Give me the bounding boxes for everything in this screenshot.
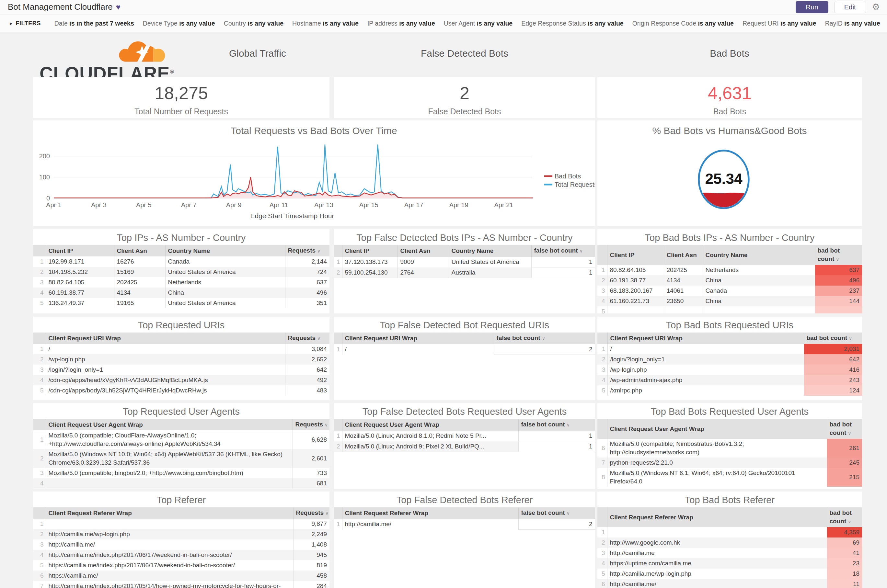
table-cell: 724 — [285, 267, 329, 277]
table-cell: China — [703, 296, 815, 306]
chart-title: % Bad Bots vs Humans&Good Bots — [652, 125, 807, 136]
table-row: 2/login/?login_only=1642 — [597, 354, 862, 364]
column-header[interactable]: bad bot count∨ — [804, 333, 862, 344]
column-header[interactable] — [597, 419, 607, 439]
table-row: 5/xmlrpc.php124 — [597, 385, 862, 396]
row-number: 4 — [597, 375, 607, 385]
column-header[interactable]: Country Name — [449, 245, 531, 257]
column-header[interactable]: false bot count∨ — [531, 245, 595, 257]
column-header[interactable] — [33, 507, 46, 519]
row-number: 2 — [334, 267, 342, 278]
column-header[interactable]: Client Asn — [114, 245, 165, 256]
column-header[interactable]: false bot count∨ — [518, 419, 595, 430]
row-number: 1 — [597, 344, 607, 354]
column-header[interactable]: Client IP — [342, 245, 397, 257]
svg-text:Apr 19: Apr 19 — [450, 201, 468, 208]
column-header[interactable]: Client Request Referer Wrap — [342, 507, 518, 519]
filters-expand-icon[interactable]: ▸ — [10, 20, 13, 27]
row-number: 4 — [33, 375, 46, 385]
filter-item[interactable]: Device Type is any value — [143, 20, 215, 27]
data-table: Client Request Referer WrapRequests∨19,8… — [33, 507, 329, 588]
column-header[interactable] — [33, 245, 46, 256]
row-number: 1 — [33, 519, 46, 529]
column-header[interactable] — [334, 245, 342, 257]
row-number: 8 — [597, 468, 607, 487]
filter-name: Device Type — [143, 20, 177, 27]
column-header[interactable]: Requests∨ — [285, 333, 329, 344]
table-row: 3/login/?login_only=1642 — [33, 364, 329, 375]
column-header[interactable] — [597, 333, 607, 344]
run-button[interactable]: Run — [796, 1, 828, 13]
table-cell: 637 — [285, 277, 329, 288]
filter-item[interactable]: RayID is any value — [825, 20, 880, 27]
row-number: 3 — [33, 468, 46, 478]
column-header[interactable]: Requests∨ — [285, 245, 329, 256]
table-cell: 2,144 — [285, 256, 329, 267]
column-header[interactable]: Client Request URI Wrap — [342, 333, 494, 344]
legend-total-requests[interactable]: Total Requests — [544, 181, 595, 188]
column-header[interactable]: Client Request Referer Wrap — [607, 507, 827, 527]
column-header[interactable]: Country Name — [165, 245, 285, 256]
heart-icon: ♥ — [116, 3, 120, 12]
table-title: Top Referer — [33, 495, 329, 506]
column-header[interactable]: Requests∨ — [293, 507, 329, 519]
filter-item[interactable]: Hostname is any value — [292, 20, 359, 27]
column-header[interactable]: Client Request Referer Wrap — [46, 507, 293, 519]
column-header[interactable] — [33, 333, 46, 344]
sort-desc-icon: ∨ — [567, 422, 570, 428]
table-ua-all: Top Requested User AgentsClient Request … — [33, 403, 329, 489]
filter-item[interactable]: Request URI is any value — [743, 20, 816, 27]
column-header[interactable]: bad bot count∨ — [827, 419, 862, 439]
column-header[interactable]: Client Request User Agent Wrap — [46, 419, 293, 430]
legend-bad-bots[interactable]: Bad Bots — [544, 172, 581, 180]
column-header[interactable]: Client Request User Agent Wrap — [607, 419, 827, 439]
table-uris-bad: Top Bad Bots Requested URIsClient Reques… — [597, 316, 862, 400]
filter-item[interactable]: Origin Response Code is any value — [632, 20, 734, 27]
column-header[interactable]: bad bot count∨ — [827, 507, 862, 527]
table-row: 461.160.221.7323650China144 — [597, 296, 862, 306]
table-ips-all: Top IPs - AS Number - CountryClient IPCl… — [33, 229, 329, 314]
row-number: 3 — [33, 364, 46, 375]
filter-item[interactable]: Edge Response Status is any value — [521, 20, 623, 27]
column-header[interactable]: Client Request URI Wrap — [46, 333, 285, 344]
column-header[interactable]: Client Request URI Wrap — [607, 333, 804, 344]
column-header[interactable] — [334, 333, 342, 344]
table-cell: / — [607, 344, 804, 354]
column-header[interactable]: Requests∨ — [293, 419, 329, 430]
filter-item[interactable]: Country is any value — [224, 20, 283, 27]
table-cell: 1 — [518, 430, 595, 441]
table-row: 1/2,031 — [597, 344, 862, 354]
svg-text:Apr 3: Apr 3 — [91, 201, 107, 208]
table-cell: http://www.google.com.hk — [607, 537, 827, 548]
column-header[interactable]: Client Asn — [664, 245, 703, 265]
table-cell: /cdn-cgi/apps/body/3Lh52SjWTQ4HRlErJykHq… — [46, 385, 285, 396]
filter-item[interactable]: IP address is any value — [367, 20, 435, 27]
column-header[interactable] — [334, 419, 342, 430]
column-header[interactable]: false bot count∨ — [518, 507, 595, 519]
column-header[interactable]: Client Asn — [397, 245, 449, 257]
table-cell: /xmlrpc.php — [607, 385, 804, 396]
column-header[interactable] — [597, 507, 607, 527]
column-header[interactable]: Country Name — [703, 245, 815, 265]
gauge-chart: % Bad Bots vs Humans&Good Bots 25.34 — [597, 120, 862, 226]
edit-button[interactable]: Edit — [834, 1, 866, 13]
column-header[interactable]: Client IP — [607, 245, 664, 265]
table-cell: China — [165, 288, 285, 298]
column-header[interactable]: Client IP — [46, 245, 114, 256]
column-header[interactable] — [33, 419, 46, 430]
column-header[interactable] — [334, 507, 342, 519]
row-number: 2 — [33, 529, 46, 539]
column-header[interactable]: false bot count∨ — [494, 333, 595, 344]
table-cell: 202425 — [114, 277, 165, 288]
filter-item[interactable]: Date is in the past 7 weeks — [54, 20, 134, 27]
column-header[interactable]: bad bot count∨ — [815, 245, 862, 265]
column-header[interactable]: Client Request User Agent Wrap — [342, 419, 518, 430]
data-table: Client Request User Agent Wrapfalse bot … — [334, 419, 595, 452]
filter-item[interactable]: User Agent is any value — [444, 20, 513, 27]
table-cell: python-requests/2.21.0 — [607, 458, 827, 468]
column-header[interactable] — [597, 245, 607, 265]
table-cell: 37.120.138.173 — [342, 257, 397, 267]
table-uris-all: Top Requested URIsClient Request URI Wra… — [33, 316, 329, 400]
table-cell: 2,031 — [804, 344, 862, 354]
gear-icon[interactable]: ⚙ — [872, 3, 880, 12]
